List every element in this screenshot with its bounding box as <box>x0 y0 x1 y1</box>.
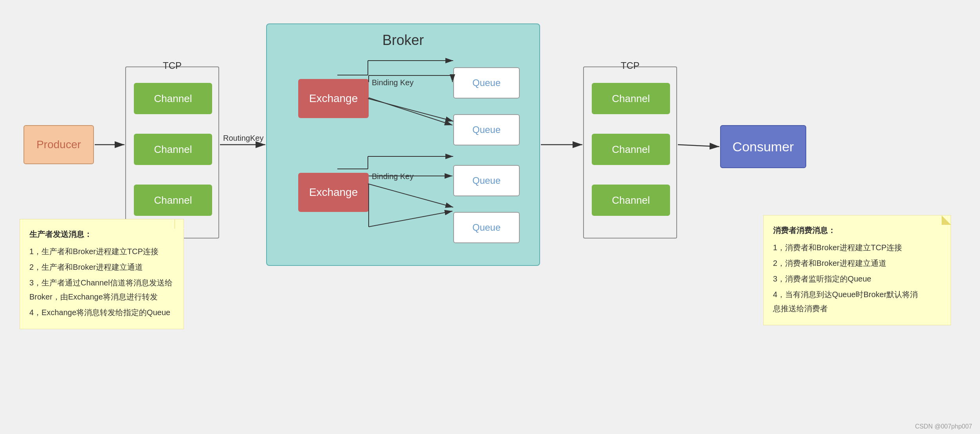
note-left: 生产者发送消息： 1，生产者和Broker进程建立TCP连接 2，生产者和Bro… <box>20 219 184 329</box>
channel-box-3: Channel <box>134 185 212 216</box>
channel-label-2: Channel <box>154 143 192 156</box>
queue-label-3: Queue <box>472 175 501 186</box>
channel-label-3: Channel <box>154 194 192 206</box>
binding-key-1: Binding Key <box>372 78 414 87</box>
exchange-label-1: Exchange <box>309 92 358 105</box>
watermark: CSDN @007php007 <box>915 423 972 430</box>
channel-box-right-2: Channel <box>592 134 670 165</box>
channel-label-r3: Channel <box>612 194 650 206</box>
tcp-right-label: TCP <box>621 60 640 71</box>
producer-label: Producer <box>36 138 81 151</box>
channel-box-1: Channel <box>134 83 212 114</box>
note-left-title: 生产者发送消息： <box>29 227 174 241</box>
channel-label-r1: Channel <box>612 93 650 105</box>
queue-label-2: Queue <box>472 124 501 135</box>
queue-label-4: Queue <box>472 222 501 233</box>
queue-box-3: Queue <box>453 165 520 196</box>
note-right-item-4: 4，当有消息到达Queue时Broker默认将消息推送给消费者 <box>773 287 941 316</box>
broker-label: Broker <box>382 32 424 48</box>
tcp-box-right: TCP Channel Channel Channel <box>583 66 677 239</box>
queue-label-1: Queue <box>472 77 501 88</box>
svg-line-11 <box>678 145 719 147</box>
note-left-item-4: 4，Exchange将消息转发给指定的Queue <box>29 305 174 319</box>
note-left-item-3: 3，生产者通过Channel信道将消息发送给Broker，由Exchange将消… <box>29 276 174 304</box>
queue-box-2: Queue <box>453 114 520 145</box>
queue-box-4: Queue <box>453 212 520 243</box>
binding-key-2: Binding Key <box>372 172 414 181</box>
exchange-box-1: Exchange <box>298 79 369 118</box>
channel-label-r2: Channel <box>612 143 650 156</box>
channel-box-right-1: Channel <box>592 83 670 114</box>
broker-box: Broker Exchange Exchange Queue Queue Que… <box>266 23 540 266</box>
note-right-item-2: 2，消费者和Broker进程建立通道 <box>773 256 941 270</box>
channel-box-right-3: Channel <box>592 185 670 216</box>
note-right-title: 消费者消费消息： <box>773 223 941 237</box>
producer-box: Producer <box>23 125 94 164</box>
note-right-item-1: 1，消费者和Broker进程建立TCP连接 <box>773 240 941 255</box>
tcp-box-left: TCP Channel Channel Channel <box>125 66 219 239</box>
note-right-item-3: 3，消费者监听指定的Queue <box>773 272 941 286</box>
tcp-left-label: TCP <box>163 60 182 71</box>
consumer-box: Consumer <box>720 125 806 168</box>
consumer-label: Consumer <box>733 139 794 154</box>
channel-label-1: Channel <box>154 93 192 105</box>
note-right: 消费者消费消息： 1，消费者和Broker进程建立TCP连接 2，消费者和Bro… <box>763 215 951 325</box>
routing-key-text: RoutingKey <box>223 134 263 142</box>
channel-box-2: Channel <box>134 134 212 165</box>
queue-box-1: Queue <box>453 67 520 99</box>
diagram-container: Producer TCP Channel Channel Channel Bro… <box>0 0 980 434</box>
note-left-item-1: 1，生产者和Broker进程建立TCP连接 <box>29 244 174 258</box>
exchange-box-2: Exchange <box>298 173 369 212</box>
note-left-item-2: 2，生产者和Broker进程建立通道 <box>29 260 174 274</box>
exchange-label-2: Exchange <box>309 186 358 199</box>
